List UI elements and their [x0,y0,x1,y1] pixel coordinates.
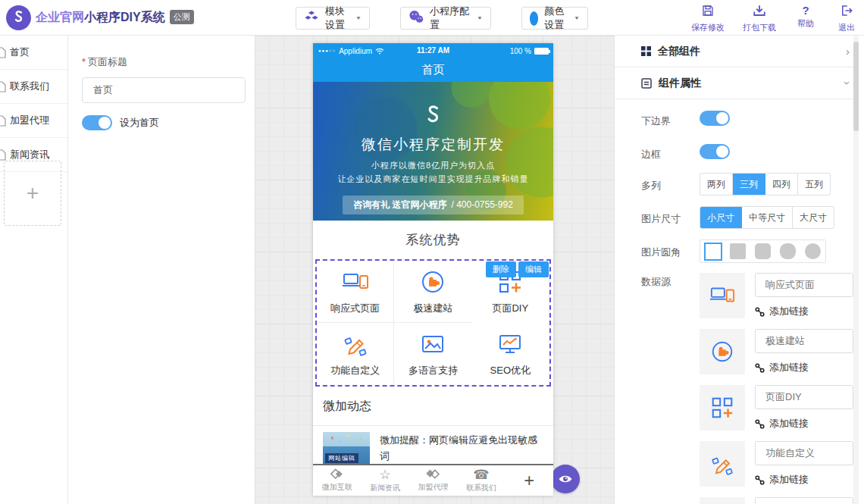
fast-build-icon [419,268,446,296]
sidebar-item-home[interactable]: 首页 [0,36,67,70]
scrollbar-thumb[interactable] [853,42,859,131]
eye-icon [558,474,573,484]
add-link-button[interactable]: 添加链接 [755,361,809,374]
option-two-col[interactable]: 两列 [700,174,733,195]
star-icon: ☆ [379,468,390,482]
wechat-icon [409,10,424,27]
option-five-col[interactable]: 五列 [798,174,830,195]
component-props-header[interactable]: 组件属性 › [615,67,859,99]
app-logo [6,5,31,30]
help-button[interactable]: ? 帮助 [793,4,819,33]
weijia-logo-icon [11,9,27,27]
grid-cell-responsive[interactable]: 响应式页面 [317,261,394,323]
datasource-label: 数据源 [641,275,671,289]
datasource-thumb [700,329,745,374]
download-icon [753,4,766,20]
caret-down-icon: ▼ [477,15,483,20]
radius-option-large[interactable] [775,240,800,262]
radius-option-none-selected[interactable] [700,240,725,262]
responsive-page-icon [709,283,735,308]
banner-contact-pill: 咨询有礼 送官网小程序/ 400-0755-992 [343,196,524,214]
header-actions: 保存修改 打包下载 ? 帮助 退出 [690,4,859,33]
add-link-button[interactable]: 添加链接 [755,305,809,318]
option-three-col[interactable]: 三列 [733,174,765,195]
tab-contact[interactable]: ☎ 联系我们 [457,465,505,496]
tab-weijia[interactable]: 微加互联 [313,465,361,496]
chevron-right-icon: › [846,45,850,58]
option-size-large[interactable]: 大尺寸 [793,207,834,228]
border-label: 边框 [641,148,661,161]
preview-button[interactable] [551,465,580,493]
exit-button[interactable]: 退出 [834,4,859,33]
tab-add-button[interactable]: + [506,465,553,496]
document-icon [0,47,6,58]
img-size-segmented: 小尺寸 中等尺寸 大尺寸 [700,206,834,229]
color-settings-dropdown[interactable]: 颜色设置 ▼ [521,7,588,30]
datasource-name-input[interactable] [755,273,853,297]
radius-option-medium[interactable] [750,240,775,262]
option-size-medium[interactable]: 中等尺寸 [742,207,793,228]
datasource-item [700,497,855,504]
weijia-diamonds-icon [329,468,346,481]
img-size-label: 图片尺寸 [641,212,681,226]
page-settings-panel: *页面标题 设为首页 [69,36,255,504]
datasource-item: 添加链接 [700,441,855,487]
set-home-toggle[interactable] [82,115,112,130]
border-toggle[interactable] [700,144,730,159]
banner-slide[interactable]: 微信小程序定制开发 小程序以微信8亿用户为切入点 让企业以及商家在短时间里实现提… [313,82,553,221]
logout-icon [840,4,853,20]
miniprogram-config-dropdown[interactable]: 小程序配置 ▼ [400,7,491,30]
plus-icon: + [27,181,39,205]
module-settings-dropdown[interactable]: 模块设置 ▼ [296,7,370,30]
tab-agent[interactable]: 加盟代理 [409,465,457,496]
edit-component-button[interactable]: 编辑 [518,261,549,277]
selected-grid-component[interactable]: 删除 编辑 响应式页面 极速建站 页面DIY 功能自定义 多语言支持 [315,259,551,387]
add-page-button[interactable]: + [4,161,61,226]
multi-col-label: 多列 [641,179,661,193]
option-size-small[interactable]: 小尺寸 [700,207,742,228]
radius-option-small[interactable] [725,240,750,262]
datasource-name-input[interactable] [755,329,853,353]
bottom-margin-toggle[interactable] [700,111,730,126]
page-title-input[interactable] [82,77,246,103]
components-grid-icon [641,46,651,56]
sidebar-item-agent[interactable]: 加盟代理 [0,104,67,138]
document-icon [0,149,6,161]
phone-icon: ☎ [473,468,489,482]
modules-cubes-icon [304,9,319,27]
custom-function-icon [709,451,735,477]
all-components-header[interactable]: 全部组件 › [615,36,859,67]
delete-component-button[interactable]: 删除 [486,261,516,277]
option-four-col[interactable]: 四列 [765,174,798,195]
add-link-button[interactable]: 添加链接 [755,417,809,430]
grid-cell-seo[interactable]: SEO优化 [472,323,549,385]
download-button[interactable]: 打包下载 [741,4,778,33]
phone-nav-bar: 首页 [313,58,553,82]
phone-preview: ●●●○○ Applidium 11:27 AM 100 % 首页 微信小程序定… [313,43,553,496]
set-home-row: 设为首页 [82,115,159,130]
save-button[interactable]: 保存修改 [690,4,726,33]
datasource-item: 添加链接 [700,273,855,318]
multi-col-segmented: 两列 三列 四列 五列 [700,173,831,196]
grid-cell-fast-build[interactable]: 极速建站 [394,261,471,323]
banner-subtitle-1: 小程序以微信8亿用户为切入点 [313,160,553,171]
datasource-name-input[interactable] [755,441,853,465]
add-link-button[interactable]: 添加链接 [755,473,809,487]
datasource-thumb [700,497,745,504]
grid-cell-multilang[interactable]: 多语言支持 [394,323,471,385]
page-title-label: *页面标题 [82,55,127,69]
datasource-name-input[interactable] [755,497,853,504]
datasource-name-input[interactable] [755,385,853,409]
radius-option-circle[interactable] [800,240,825,262]
sidebar-item-contact[interactable]: 联系我们 [0,70,67,104]
grid-cell-custom-func[interactable]: 功能自定义 [317,323,394,385]
document-icon [0,115,6,127]
document-icon [0,81,6,92]
scrollbar-track[interactable] [853,36,859,504]
tab-news[interactable]: ☆ 新闻资讯 [361,465,409,496]
page-diy-icon [709,395,735,421]
custom-function-icon [342,330,369,358]
editor-canvas: ●●●○○ Applidium 11:27 AM 100 % 首页 微信小程序定… [255,36,614,504]
tags-icon [425,468,442,481]
plus-icon: + [524,470,534,491]
